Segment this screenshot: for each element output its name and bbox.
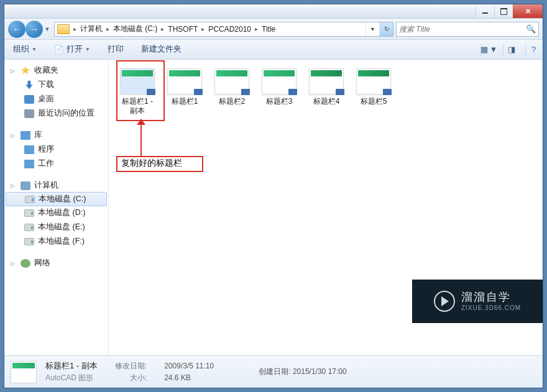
close-button[interactable]: [513, 4, 543, 18]
details-size-value: 24.6 KB: [164, 373, 214, 382]
file-thumbnail-icon: [120, 68, 155, 94]
chevron-right-icon[interactable]: ▸: [105, 25, 111, 32]
sidebar-item-drive-e[interactable]: 本地磁盘 (E:): [4, 220, 108, 234]
search-box[interactable]: 🔍: [396, 22, 539, 37]
help-button[interactable]: ?: [525, 43, 538, 56]
sidebar-network[interactable]: ▷网络: [4, 256, 108, 270]
library-icon: [24, 160, 34, 168]
open-icon: 📄: [54, 45, 64, 54]
libraries-label: 库: [34, 130, 42, 140]
explorer-window: ← → ▼ ▸ 计算机 ▸ 本地磁盘 (C:) ▸ THSOFT ▸ PCCAD…: [4, 4, 543, 388]
file-name: 标题栏1 - 副本: [117, 97, 157, 116]
sidebar-computer[interactable]: ▷计算机: [4, 178, 108, 193]
refresh-button[interactable]: ↻: [379, 22, 393, 36]
main-body: ▷收藏夹 下载 桌面 最近访问的位置 ▷库 程序 工作 ▷计算机 本地磁盘 (C…: [4, 60, 543, 355]
open-button[interactable]: 📄打开▼: [50, 42, 94, 57]
details-filename: 标题栏1 - 副本: [45, 360, 98, 371]
crumb-thsoft[interactable]: THSOFT: [165, 22, 200, 36]
print-button[interactable]: 打印: [104, 42, 127, 57]
details-created-value: 2015/1/30 17:00: [293, 367, 347, 376]
back-button[interactable]: ←: [8, 21, 25, 38]
details-pane: 标题栏1 - 副本 修改日期: 2009/3/5 11:10 AutoCAD 图…: [4, 355, 543, 388]
organize-label: 组织: [13, 44, 29, 55]
sidebar-item-drive-f[interactable]: 本地磁盘 (F:): [4, 234, 108, 248]
maximize-button[interactable]: [494, 4, 513, 18]
file-item[interactable]: 标题栏4: [306, 68, 346, 106]
details-mod-label: 修改日期:: [115, 361, 147, 371]
network-label: 网络: [34, 258, 50, 268]
annotation-text: 复制好的标题栏: [121, 158, 182, 169]
file-item[interactable]: 标题栏2: [212, 68, 252, 106]
library-icon: [21, 131, 30, 140]
organize-menu[interactable]: 组织▼: [9, 42, 40, 57]
computer-label: 计算机: [34, 180, 58, 191]
search-input[interactable]: [399, 25, 517, 34]
file-item[interactable]: 标题栏5: [354, 68, 393, 106]
drive-icon: [24, 209, 34, 217]
file-name: 标题栏5: [354, 97, 393, 106]
watermark: 溜溜自学 ZIXUE.3D66.COM: [412, 280, 543, 323]
forward-button[interactable]: →: [25, 21, 43, 38]
open-label: 打开: [67, 44, 83, 55]
file-item[interactable]: 标题栏3: [259, 68, 299, 106]
file-name: 标题栏1: [165, 97, 205, 106]
chevron-right-icon[interactable]: ▸: [72, 25, 78, 32]
sidebar-item-desktop[interactable]: 桌面: [4, 92, 108, 106]
computer-icon: [21, 181, 30, 190]
details-mod-value: 2009/3/5 11:10: [164, 362, 214, 370]
annotation-arrow: [140, 122, 142, 156]
file-thumbnail-icon: [167, 68, 202, 94]
brand-name: 溜溜自学: [461, 291, 521, 304]
favorites-label: 收藏夹: [34, 65, 58, 76]
recent-icon: [24, 109, 34, 118]
sidebar-item-drive-d[interactable]: 本地磁盘 (D:): [4, 206, 108, 220]
sidebar-item-programs[interactable]: 程序: [4, 142, 108, 157]
details-filetype: AutoCAD 图形: [45, 373, 98, 383]
sidebar-libraries[interactable]: ▷库: [4, 128, 108, 142]
file-name: 标题栏4: [306, 97, 346, 106]
crumb-computer[interactable]: 计算机: [78, 22, 105, 36]
minimize-button[interactable]: [476, 4, 494, 18]
address-bar[interactable]: ▸ 计算机 ▸ 本地磁盘 (C:) ▸ THSOFT ▸ PCCAD2010 ▸…: [54, 22, 393, 37]
chevron-right-icon[interactable]: ▸: [200, 25, 206, 32]
play-icon: [434, 291, 455, 312]
file-name: 标题栏3: [259, 97, 299, 106]
details-created-label: 创建日期:: [259, 367, 290, 376]
chevron-right-icon[interactable]: ▸: [254, 25, 259, 32]
details-thumbnail-icon: [11, 361, 37, 383]
crumb-drive-c[interactable]: 本地磁盘 (C:): [111, 22, 160, 36]
file-name: 标题栏2: [212, 97, 252, 106]
brand-url: ZIXUE.3D66.COM: [461, 304, 521, 312]
navigation-pane: ▷收藏夹 下载 桌面 最近访问的位置 ▷库 程序 工作 ▷计算机 本地磁盘 (C…: [4, 60, 109, 355]
sidebar-favorites[interactable]: ▷收藏夹: [4, 63, 108, 78]
annotation-arrow-head: [137, 119, 145, 125]
search-icon: 🔍: [526, 24, 536, 34]
sidebar-item-recent[interactable]: 最近访问的位置: [4, 106, 108, 121]
nav-bar: ← → ▼ ▸ 计算机 ▸ 本地磁盘 (C:) ▸ THSOFT ▸ PCCAD…: [4, 19, 543, 40]
download-icon: [24, 81, 34, 89]
view-options-button[interactable]: ▦▼: [480, 43, 493, 56]
file-thumbnail-icon: [356, 68, 391, 94]
chevron-right-icon[interactable]: ▸: [160, 25, 165, 32]
command-bar: 组织▼ 📄打开▼ 打印 新建文件夹 ▦▼ ◨ ?: [4, 40, 543, 60]
print-label: 打印: [108, 44, 124, 55]
crumb-title[interactable]: Title: [259, 22, 278, 36]
file-list-pane[interactable]: 标题栏1 - 副本 标题栏1 标题栏2 标题栏3 标题栏4: [109, 60, 543, 355]
preview-pane-button[interactable]: ◨: [503, 43, 515, 56]
new-folder-button[interactable]: 新建文件夹: [137, 42, 185, 57]
sidebar-item-work[interactable]: 工作: [4, 157, 108, 171]
file-thumbnail-icon: [262, 68, 296, 94]
addr-dropdown[interactable]: ▾: [365, 22, 379, 36]
sidebar-item-downloads[interactable]: 下载: [4, 78, 108, 92]
file-thumbnail-icon: [309, 68, 344, 94]
star-icon: [21, 66, 30, 75]
history-dropdown[interactable]: ▼: [43, 21, 52, 38]
sidebar-item-drive-c[interactable]: 本地磁盘 (C:): [6, 192, 107, 206]
new-folder-label: 新建文件夹: [141, 44, 182, 55]
network-icon: [21, 259, 30, 268]
chevron-down-icon: ▼: [85, 47, 90, 52]
library-icon: [24, 145, 34, 154]
file-item[interactable]: 标题栏1: [165, 68, 205, 106]
file-item[interactable]: 标题栏1 - 副本: [117, 68, 157, 116]
crumb-pccad2010[interactable]: PCCAD2010: [206, 22, 254, 36]
